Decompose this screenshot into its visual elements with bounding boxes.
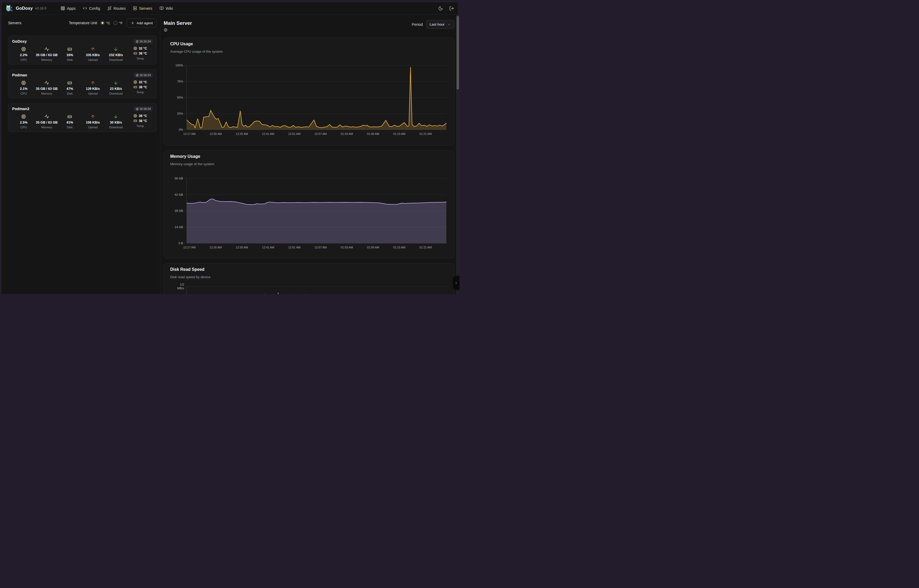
arrow-down-icon bbox=[113, 114, 118, 119]
upload-stat: 106 KB/s Upload bbox=[81, 114, 105, 129]
y-tick-label: 0 B bbox=[179, 242, 186, 245]
radio-unselected-icon[interactable] bbox=[113, 21, 118, 25]
x-tick-label: 12:51 AM bbox=[288, 246, 300, 249]
server-card[interactable]: GoDoxy @ 16:16:24 2.2% CPU 35 GB bbox=[8, 36, 157, 65]
x-tick-label: 12:57 AM bbox=[315, 132, 327, 136]
memory-y-axis: 56 GB42 GB28 GB14 GB0 B bbox=[167, 178, 186, 243]
godoxy-gopher-logo bbox=[5, 5, 13, 12]
download-label: Download bbox=[109, 92, 123, 95]
server-card[interactable]: Podman2 @ 16:16:24 2.5% CPU 35 GB bbox=[8, 103, 157, 132]
book-open-icon bbox=[159, 6, 164, 11]
hard-drive-icon bbox=[67, 47, 72, 52]
temp-label: Temp bbox=[136, 124, 144, 128]
add-agent-button[interactable]: Add agent bbox=[127, 18, 157, 27]
server-card-header: Podman2 @ 16:16:24 bbox=[12, 107, 153, 111]
chart-title: CPU Usage bbox=[170, 41, 447, 47]
main-nav: Apps Config Routes Servers Wiki bbox=[61, 6, 173, 11]
page-title: Main Server bbox=[164, 20, 192, 26]
x-tick-label: 12:26 AM bbox=[210, 132, 221, 136]
chevron-left-icon bbox=[454, 281, 458, 285]
nav-item-config[interactable]: Config bbox=[83, 6, 100, 11]
x-tick-label: 01:15 AM bbox=[393, 246, 405, 249]
upload-stat: 129 KB/s Upload bbox=[81, 80, 105, 95]
disk-label: Disk bbox=[67, 126, 73, 129]
memory-plot-area bbox=[187, 178, 446, 243]
disk-temp-value: 38 °C bbox=[139, 119, 147, 123]
arrow-up-icon bbox=[90, 80, 95, 86]
fahrenheit-radio[interactable]: °F bbox=[113, 21, 123, 25]
server-name: Podman bbox=[12, 73, 27, 77]
cpu-temp-value: 32 °C bbox=[139, 80, 147, 84]
x-tick-label: 01:03 AM bbox=[341, 246, 353, 249]
radio-selected-icon[interactable] bbox=[100, 21, 105, 25]
disk-plot-area bbox=[187, 286, 446, 294]
last-update-badge: @ 16:16:24 bbox=[134, 73, 153, 78]
vertical-scrollbar[interactable] bbox=[456, 15, 460, 294]
brand-name: GoDoxy bbox=[16, 6, 33, 11]
disk-value: 47% bbox=[66, 87, 73, 90]
period-select[interactable]: Last hour bbox=[426, 20, 454, 29]
collapse-panel-handle[interactable] bbox=[453, 276, 460, 290]
server-card[interactable]: Podman @ 16:16:24 2.1% CPU 35 GB bbox=[8, 69, 157, 98]
nav-label: Servers bbox=[139, 6, 152, 11]
server-card-header: GoDoxy @ 16:16:24 bbox=[12, 39, 153, 44]
temperature-unit-group: Temperature Unit °C °F Add agent bbox=[69, 18, 157, 27]
chart-title: Disk Read Speed bbox=[170, 267, 447, 272]
period-value: Last hour bbox=[430, 23, 444, 26]
disk-read-speed-card: Disk Read Speed Disk read speed by devic… bbox=[164, 263, 454, 294]
nav-item-wiki[interactable]: Wiki bbox=[159, 6, 173, 11]
temperature-rows: 32 °C 38 °C bbox=[133, 80, 147, 89]
app-window: GoDoxy v0.18.0 Apps Config Routes bbox=[1, 2, 459, 294]
server-icon bbox=[133, 6, 137, 11]
celsius-label: °C bbox=[106, 21, 110, 25]
theme-toggle-button[interactable] bbox=[438, 6, 443, 11]
nav-item-apps[interactable]: Apps bbox=[61, 6, 76, 11]
download-stat: 30 KB/s Download bbox=[104, 114, 128, 129]
x-tick-label: 12:41 AM bbox=[262, 246, 274, 249]
celsius-radio[interactable]: °C bbox=[100, 21, 110, 25]
memory-label: Memory bbox=[41, 92, 52, 95]
brand-home-link[interactable]: GoDoxy v0.18.0 bbox=[5, 5, 46, 12]
period-control: Period Last hour bbox=[412, 20, 454, 29]
y-tick-label: 0% bbox=[179, 128, 186, 131]
download-label: Download bbox=[109, 126, 123, 129]
server-title-block: Main Server bbox=[164, 20, 192, 33]
cpu-plot-area bbox=[187, 65, 446, 129]
nav-item-routes[interactable]: Routes bbox=[107, 6, 126, 11]
server-stats-row: 2.1% CPU 35 GB / 63 GB Memory 47% bbox=[12, 80, 153, 95]
nav-item-servers[interactable]: Servers bbox=[133, 6, 152, 11]
logout-button[interactable] bbox=[449, 6, 454, 11]
activity-icon bbox=[44, 47, 49, 52]
download-value: 232 KB/s bbox=[109, 53, 123, 57]
x-tick-label: 12:26 AM bbox=[210, 246, 221, 249]
x-tick-label: 01:09 AM bbox=[367, 246, 379, 249]
cpu-chip-icon bbox=[133, 114, 137, 118]
disk-stat: 41% Disk bbox=[58, 114, 81, 129]
temperature-unit-label: Temperature Unit bbox=[69, 21, 97, 25]
temperature-stat: 38 °C 38 °C Temp bbox=[128, 114, 153, 129]
download-value: 23 KB/s bbox=[110, 87, 122, 90]
disk-label: Disk bbox=[67, 58, 73, 61]
gridline bbox=[187, 243, 446, 244]
servers-sidebar: Servers Temperature Unit °C °F bbox=[1, 15, 160, 294]
chart-title: Memory Usage bbox=[170, 153, 447, 159]
temperature-rows: 32 °C 38 °C bbox=[133, 46, 147, 55]
cpu-stat: 2.5% CPU bbox=[12, 114, 35, 129]
scrollbar-thumb[interactable] bbox=[457, 16, 459, 90]
memory-value: 35 GB / 63 GB bbox=[36, 121, 58, 124]
x-tick-label: 01:09 AM bbox=[367, 132, 379, 136]
upload-label: Upload bbox=[88, 92, 97, 95]
nav-label: Routes bbox=[113, 6, 126, 11]
cpu-value: 2.5% bbox=[20, 121, 27, 124]
server-name: GoDoxy bbox=[12, 39, 27, 44]
temperature-rows: 38 °C 38 °C bbox=[133, 114, 147, 123]
download-value: 30 KB/s bbox=[110, 121, 122, 124]
last-update-badge: @ 16:16:24 bbox=[134, 107, 153, 111]
cpu-value: 2.2% bbox=[20, 53, 27, 57]
arrow-up-icon bbox=[90, 114, 95, 119]
memory-stat: 35 GB / 63 GB Memory bbox=[35, 80, 58, 95]
cpu-x-axis: 12:17 AM12:26 AM12:35 AM12:41 AM12:51 AM… bbox=[187, 132, 446, 136]
server-stats-row: 2.5% CPU 35 GB / 63 GB Memory 41% bbox=[12, 114, 153, 129]
download-label: Download bbox=[109, 58, 123, 61]
memory-stat: 35 GB / 63 GB Memory bbox=[35, 114, 58, 129]
